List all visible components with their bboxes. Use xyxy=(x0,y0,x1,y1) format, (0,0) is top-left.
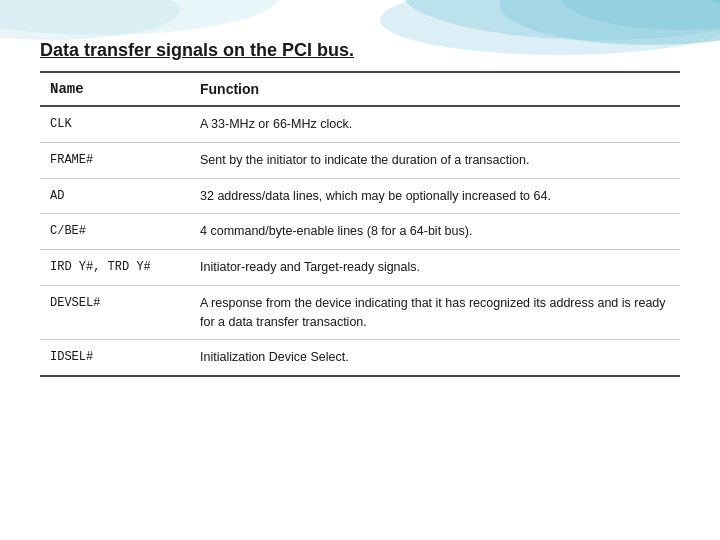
signals-table: Name Function CLKA 33-MHz or 66-MHz cloc… xyxy=(40,71,680,377)
column-header-name: Name xyxy=(40,72,190,106)
cell-signal-name: DEVSEL# xyxy=(40,285,190,340)
cell-signal-function: Initiator-ready and Target-ready signals… xyxy=(190,250,680,286)
table-row: CLKA 33-MHz or 66-MHz clock. xyxy=(40,106,680,142)
table-row: AD32 address/data lines, which may be op… xyxy=(40,178,680,214)
table-header-row: Name Function xyxy=(40,72,680,106)
cell-signal-name: C/BE# xyxy=(40,214,190,250)
cell-signal-function: Sent by the initiator to indicate the du… xyxy=(190,142,680,178)
table-row: C/BE#4 command/byte-enable lines (8 for … xyxy=(40,214,680,250)
cell-signal-function: 32 address/data lines, which may be opti… xyxy=(190,178,680,214)
table-row: FRAME#Sent by the initiator to indicate … xyxy=(40,142,680,178)
cell-signal-name: FRAME# xyxy=(40,142,190,178)
cell-signal-function: A response from the device indicating th… xyxy=(190,285,680,340)
cell-signal-function: 4 command/byte-enable lines (8 for a 64-… xyxy=(190,214,680,250)
column-header-function: Function xyxy=(190,72,680,106)
cell-signal-name: CLK xyxy=(40,106,190,142)
cell-signal-function: Initialization Device Select. xyxy=(190,340,680,376)
table-row: DEVSEL#A response from the device indica… xyxy=(40,285,680,340)
page-title: Data transfer signals on the PCI bus. xyxy=(40,40,680,61)
table-row: IRD Y#, TRD Y#Initiator-ready and Target… xyxy=(40,250,680,286)
cell-signal-name: AD xyxy=(40,178,190,214)
cell-signal-function: A 33-MHz or 66-MHz clock. xyxy=(190,106,680,142)
cell-signal-name: IDSEL# xyxy=(40,340,190,376)
table-row: IDSEL#Initialization Device Select. xyxy=(40,340,680,376)
cell-signal-name: IRD Y#, TRD Y# xyxy=(40,250,190,286)
main-content: Data transfer signals on the PCI bus. Na… xyxy=(0,20,720,397)
